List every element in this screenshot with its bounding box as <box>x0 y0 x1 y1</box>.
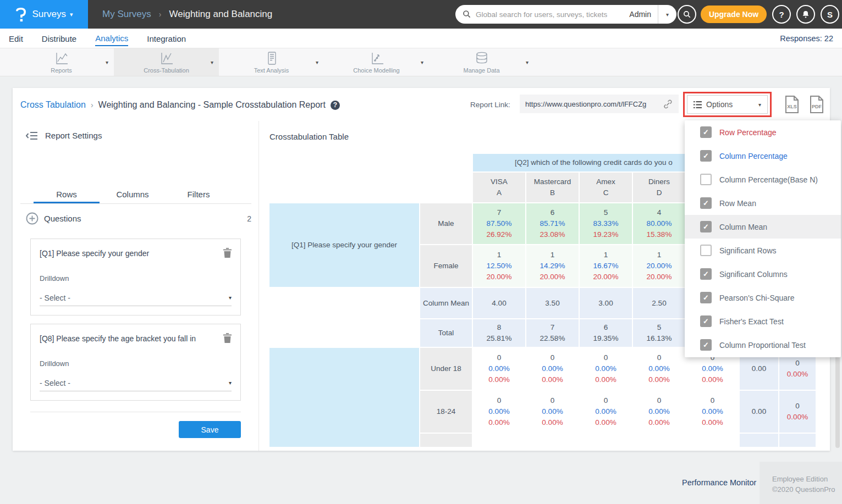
delete-question-button[interactable] <box>223 248 232 260</box>
option-significant-rows[interactable]: Significant Rows <box>685 239 841 262</box>
checkbox-checked-icon[interactable] <box>700 268 712 280</box>
choice-modelling-icon <box>370 51 384 65</box>
notifications-button[interactable] <box>796 5 815 24</box>
data-cell: 00.00%0.00% <box>526 391 579 433</box>
column-header: DinersD <box>633 173 685 202</box>
questions-count: 2 <box>247 214 251 223</box>
report-title-row: Cross Tabulation › Weighting and Balanci… <box>20 97 340 113</box>
checkbox-unchecked-icon[interactable] <box>700 174 712 185</box>
link-icon[interactable] <box>663 99 673 109</box>
data-cell: 00.00%0.00% <box>580 391 632 433</box>
breadcrumb: My Surveys › Weighting and Balancing <box>102 0 272 29</box>
data-cell: 00.00%0.00% <box>686 391 739 433</box>
row-header: Male <box>420 203 472 244</box>
report-url-field[interactable]: https://www.questionpro.com/t/lFFCZg <box>520 95 679 113</box>
save-button[interactable]: Save <box>179 421 241 438</box>
caret-down-icon: ▾ <box>229 380 232 386</box>
tool-manage-data[interactable]: Manage Data ▾ <box>429 48 534 76</box>
cross-tabulation-icon <box>159 51 174 65</box>
data-cell: 583.33%19.23% <box>580 203 632 244</box>
caret-down-icon[interactable]: ▾ <box>421 59 423 65</box>
question-card-q1: [Q1] Please specify your gender Drilldow… <box>30 239 241 315</box>
checkbox-checked-icon[interactable] <box>700 292 712 303</box>
tab-filters[interactable]: Filters <box>166 186 232 203</box>
checkbox-checked-icon[interactable] <box>700 339 712 351</box>
tab-columns[interactable]: Columns <box>100 186 166 203</box>
divider <box>30 412 241 412</box>
product-switcher[interactable]: Surveys <box>0 0 88 29</box>
row-header: Total <box>420 319 472 347</box>
options-dropdown-menu: Row Percentage Column Percentage Column … <box>685 120 841 357</box>
svg-text:XLS: XLS <box>787 104 797 109</box>
caret-down-icon[interactable]: ▾ <box>211 59 213 65</box>
avatar[interactable]: S <box>821 5 839 24</box>
option-column-percentage-base-n[interactable]: Column Percentage(Base N) <box>685 168 841 191</box>
caret-down-icon[interactable]: ▾ <box>316 59 318 65</box>
tool-text-analysis[interactable]: Text Analysis ▾ <box>219 48 324 76</box>
caret-down-icon[interactable]: ▾ <box>526 59 529 65</box>
tab-rows[interactable]: Rows <box>34 186 100 203</box>
edition-label: Employee Edition <box>772 474 842 484</box>
crosstab-table-title: Crosstabulation Table <box>269 132 349 141</box>
help-button[interactable]: ? <box>772 5 791 24</box>
search-submit-button[interactable] <box>678 5 696 24</box>
option-row-percentage[interactable]: Row Percentage <box>685 120 841 144</box>
nav-item-analytics[interactable]: Analytics <box>95 30 128 46</box>
questionpro-logo-icon <box>15 7 26 22</box>
tool-reports[interactable]: Reports ▾ <box>9 48 114 76</box>
question-title: [Q8] Please specify the age bracket you … <box>40 334 216 343</box>
export-xls-button[interactable]: XLS <box>784 95 800 116</box>
options-list-icon <box>694 101 702 108</box>
global-search-input[interactable] <box>476 10 623 19</box>
checkbox-checked-icon[interactable] <box>700 150 712 162</box>
checkbox-checked-icon[interactable] <box>700 126 712 138</box>
options-button[interactable]: Options ▾ <box>687 95 768 114</box>
question-title: [Q1] Please specify your gender <box>40 249 216 258</box>
option-column-percentage[interactable]: Column Percentage <box>685 144 841 168</box>
checkbox-checked-icon[interactable] <box>700 221 712 232</box>
data-cell: 516.13% <box>633 319 685 347</box>
checkbox-unchecked-icon[interactable] <box>700 245 712 256</box>
nav-item-edit[interactable]: Edit <box>9 31 23 46</box>
nav-item-integration[interactable]: Integration <box>147 31 186 46</box>
data-cell: 114.29%20.00% <box>526 245 579 287</box>
reports-icon <box>54 51 69 65</box>
search-scope-selector[interactable]: Admin <box>629 10 651 19</box>
option-fishers-exact-test[interactable]: Fisher's Exact Test <box>685 309 841 333</box>
checkbox-checked-icon[interactable] <box>700 197 712 209</box>
drilldown-select[interactable]: - Select - ▾ <box>40 290 232 306</box>
tool-cross-tabulation[interactable]: Cross-Tabulation ▾ <box>114 48 219 76</box>
option-pearsons-chi-square[interactable]: Pearson's Chi-Square <box>685 286 841 309</box>
report-settings-title: Report Settings <box>45 131 102 140</box>
report-help-icon[interactable]: ? <box>331 101 340 110</box>
search-icon <box>463 10 471 19</box>
row-header: Column Mean <box>420 288 472 318</box>
bell-icon <box>801 10 810 19</box>
vertical-scrollbar[interactable] <box>835 352 840 448</box>
data-cell: 3.00 <box>580 288 632 318</box>
search-scope-caret-icon[interactable]: ▾ <box>658 12 676 18</box>
performance-monitor-link[interactable]: Performance Monitor <box>682 478 756 487</box>
data-cell: 00.00%0.00% <box>526 348 579 390</box>
caret-down-icon[interactable]: ▾ <box>106 59 108 65</box>
tool-choice-modelling[interactable]: Choice Modelling ▾ <box>324 48 429 76</box>
checkbox-checked-icon[interactable] <box>700 315 712 327</box>
data-cell: 112.50%20.00% <box>473 245 525 287</box>
report-settings-toggle[interactable]: Report Settings <box>26 131 102 140</box>
breadcrumb-parent-link[interactable]: My Surveys <box>102 9 151 20</box>
cross-tabulation-link[interactable]: Cross Tabulation <box>20 100 86 110</box>
add-question-icon[interactable] <box>26 212 38 225</box>
row-question-label-q8 <box>269 348 419 447</box>
report-title: Weighting and Balancing - Sample Crossta… <box>98 100 326 110</box>
option-column-mean[interactable]: Column Mean <box>685 215 841 239</box>
option-significant-columns[interactable]: Significant Columns <box>685 262 841 286</box>
delete-question-button[interactable] <box>223 333 232 345</box>
drilldown-select[interactable]: - Select - ▾ <box>40 375 232 391</box>
option-row-mean[interactable]: Row Mean <box>685 191 841 215</box>
upgrade-now-button[interactable]: Upgrade Now <box>701 5 767 23</box>
nav-item-distribute[interactable]: Distribute <box>42 31 76 46</box>
question-card-q8: [Q8] Please specify the age bracket you … <box>30 324 241 401</box>
option-column-proportional-test[interactable]: Column Proportional Test <box>685 333 841 357</box>
export-pdf-button[interactable]: PDF <box>808 95 825 116</box>
data-cell: 825.81% <box>473 319 525 347</box>
